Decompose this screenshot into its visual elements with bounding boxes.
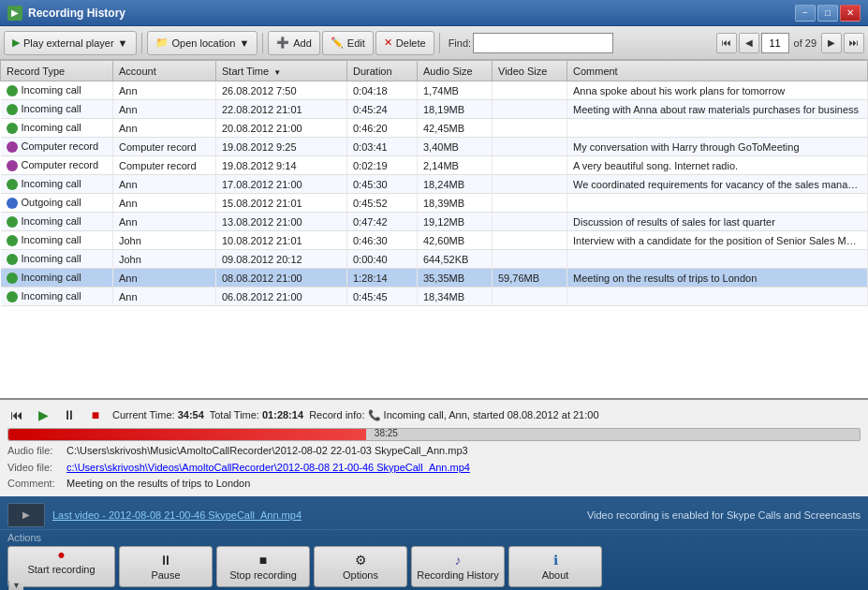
play-external-button[interactable]: ▶ Play external player ▼ <box>4 31 137 55</box>
add-button[interactable]: ➕ Add <box>268 31 320 55</box>
find-input[interactable] <box>473 33 613 53</box>
cell-video <box>493 156 567 175</box>
table-row[interactable]: Computer record Computer record 19.08.20… <box>1 156 868 175</box>
cell-video <box>493 81 567 100</box>
player-play-button[interactable]: ▶ <box>34 406 52 424</box>
table-row[interactable]: Incoming call John 10.08.2012 21:01 0:46… <box>1 231 868 250</box>
prev-page-button[interactable]: ◀ <box>739 33 759 53</box>
table-row[interactable]: Incoming call Ann 17.08.2012 21:00 0:45:… <box>1 175 868 194</box>
col-duration[interactable]: Duration <box>347 61 418 81</box>
cell-audio: 644,52KB <box>418 250 493 269</box>
first-page-button[interactable]: ⏮ <box>716 33 737 53</box>
cell-comment: Interview with a candidate for the posit… <box>567 231 868 250</box>
cell-video <box>493 138 567 156</box>
start-recording-button[interactable]: ● Start recording ▼ <box>7 546 115 587</box>
next-page-button[interactable]: ▶ <box>821 33 842 53</box>
stop-recording-button[interactable]: ■ Stop recording <box>216 546 310 587</box>
cell-video <box>493 119 567 138</box>
about-button[interactable]: ℹ About <box>508 546 602 587</box>
cell-account: Ann <box>113 288 216 306</box>
toolbar: ▶ Play external player ▼ 📁 Open location… <box>0 26 868 60</box>
close-button[interactable]: ✕ <box>840 5 861 22</box>
audio-label: Audio file: <box>7 443 64 460</box>
table-row[interactable]: Incoming call Ann 26.08.2012 7:50 0:04:1… <box>1 81 868 100</box>
cell-comment: Meeting on the results of trips to Londo… <box>567 269 868 288</box>
recording-history-label: Recording History <box>417 569 498 581</box>
cell-comment: My conversation with Harry through GoToM… <box>567 138 868 156</box>
video-file-link[interactable]: c:\Users\skrivosh\Videos\AmoltoCallRecor… <box>66 462 470 473</box>
cell-video <box>493 194 567 213</box>
cell-comment: Discussion of results of sales for last … <box>567 213 868 231</box>
player-controls: ⏮ ▶ ⏸ ■ Current Time: 34:54 Total Time: … <box>7 406 861 424</box>
cell-start: 26.08.2012 7:50 <box>216 81 347 100</box>
table-row[interactable]: Computer record Computer record 19.08.20… <box>1 138 868 156</box>
start-recording-main[interactable]: ● Start recording <box>8 543 114 579</box>
pause-button[interactable]: ⏸ Pause <box>119 546 213 587</box>
recordings-table: Record Type Account Start Time ▼ Duratio… <box>0 60 868 306</box>
cell-start: 20.08.2012 21:00 <box>216 119 347 138</box>
sort-arrow: ▼ <box>273 68 281 77</box>
sep-3 <box>439 33 440 53</box>
last-page-button[interactable]: ⏭ <box>844 33 864 53</box>
start-recording-dropdown[interactable]: ▼ <box>8 581 23 590</box>
minimize-button[interactable]: − <box>795 5 816 22</box>
open-location-button[interactable]: 📁 Open location ▼ <box>147 31 258 55</box>
page-total: of 29 <box>794 37 817 49</box>
options-label: Options <box>343 569 378 581</box>
pause-icon: ⏸ <box>159 553 172 568</box>
history-icon: ♪ <box>455 553 462 568</box>
cell-type: Incoming call <box>1 213 113 231</box>
cell-type: Computer record <box>1 156 113 175</box>
col-comment[interactable]: Comment <box>567 61 868 81</box>
player-stop-button[interactable]: ■ <box>86 406 105 424</box>
recording-history-button[interactable]: ♪ Recording History <box>411 546 505 587</box>
table-row[interactable]: Incoming call Ann 22.08.2012 21:01 0:45:… <box>1 100 868 119</box>
current-time: 34:54 <box>178 409 204 420</box>
col-account[interactable]: Account <box>113 61 216 81</box>
cell-audio: 18,24MB <box>418 175 493 194</box>
app-icon: ▶ <box>7 6 22 21</box>
player-skip-back-button[interactable]: ⏮ <box>7 406 26 424</box>
cell-start: 17.08.2012 21:00 <box>216 175 347 194</box>
cell-audio: 18,19MB <box>418 100 493 119</box>
title-bar: ▶ Recording History − □ ✕ <box>0 0 868 26</box>
table-row[interactable]: Incoming call Ann 13.08.2012 21:00 0:47:… <box>1 213 868 231</box>
col-video-size[interactable]: Video Size <box>493 61 567 81</box>
delete-button[interactable]: ✕ Delete <box>375 31 434 55</box>
cell-start: 13.08.2012 21:00 <box>216 213 347 231</box>
about-icon: ℹ <box>553 553 558 568</box>
col-record-type[interactable]: Record Type <box>1 61 113 81</box>
cell-account: Ann <box>113 175 216 194</box>
cell-video: 59,76MB <box>493 269 567 288</box>
comment-text: Meeting on the results of trips to Londo… <box>66 478 250 489</box>
table-row[interactable]: Incoming call Ann 08.08.2012 21:00 1:28:… <box>1 269 868 288</box>
cell-duration: 0:45:30 <box>347 175 418 194</box>
col-audio-size[interactable]: Audio Size <box>418 61 493 81</box>
pause-label: Pause <box>151 569 180 581</box>
col-start-time[interactable]: Start Time ▼ <box>216 61 347 81</box>
cell-type: Incoming call <box>1 231 113 250</box>
maximize-button[interactable]: □ <box>817 5 838 22</box>
table-row[interactable]: Incoming call Ann 20.08.2012 21:00 0:46:… <box>1 119 868 138</box>
cell-type: Incoming call <box>1 119 113 138</box>
table-row[interactable]: Incoming call John 09.08.2012 20:12 0:00… <box>1 250 868 269</box>
cell-audio: 42,60MB <box>418 231 493 250</box>
edit-button[interactable]: ✏️ Edit <box>322 31 374 55</box>
page-input[interactable]: 11 <box>761 33 789 53</box>
progress-bar[interactable]: 38:25 <box>7 428 861 441</box>
delete-label: Delete <box>396 37 426 49</box>
find-label: Find: <box>449 37 471 49</box>
player-pause-button[interactable]: ⏸ <box>60 406 79 424</box>
options-button[interactable]: ⚙ Options <box>314 546 407 587</box>
cell-duration: 0:45:24 <box>347 100 418 119</box>
total-time: 01:28:14 <box>262 409 303 420</box>
table-row[interactable]: Outgoing call Ann 15.08.2012 21:01 0:45:… <box>1 194 868 213</box>
cell-comment <box>567 194 868 213</box>
cell-audio: 3,40MB <box>418 138 493 156</box>
last-video-link[interactable]: Last video - 2012-08-08 21-00-46 SkypeCa… <box>52 509 302 521</box>
options-icon: ⚙ <box>355 553 367 568</box>
cell-duration: 0:03:41 <box>347 138 418 156</box>
table-row[interactable]: Incoming call Ann 06.08.2012 21:00 0:45:… <box>1 288 868 306</box>
cell-duration: 0:47:42 <box>347 213 418 231</box>
cell-start: 19.08.2012 9:14 <box>216 156 347 175</box>
